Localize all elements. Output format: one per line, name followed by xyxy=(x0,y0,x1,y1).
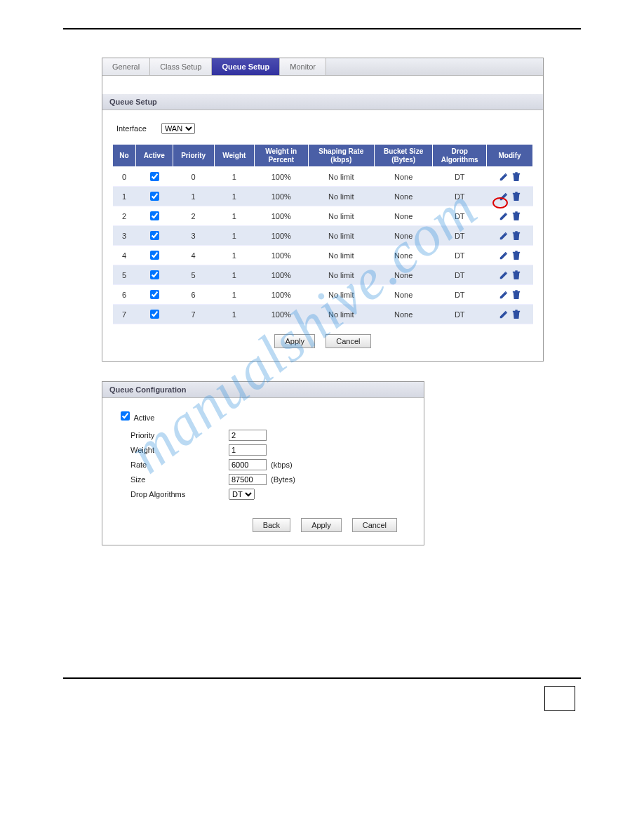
drop-select[interactable]: DT xyxy=(229,489,255,500)
tab-class-setup[interactable]: Class Setup xyxy=(150,58,212,75)
cell-bucket: None xyxy=(374,265,432,285)
cell-rate: No limit xyxy=(308,206,374,226)
cell-weight: 1 xyxy=(214,167,254,187)
cell-bucket: None xyxy=(374,167,432,187)
tab-monitor[interactable]: Monitor xyxy=(280,58,326,75)
cell-rate: No limit xyxy=(308,167,374,187)
th-modify: Modify xyxy=(487,145,533,167)
size-unit: (Bytes) xyxy=(271,475,295,484)
th-active: Active xyxy=(135,145,173,167)
size-input[interactable] xyxy=(229,474,267,485)
edit-icon[interactable] xyxy=(499,230,510,239)
cell-priority: 0 xyxy=(173,167,214,187)
cell-priority: 5 xyxy=(173,265,214,285)
table-row: 551100%No limitNoneDT xyxy=(113,265,533,285)
table-row: 111100%No limitNoneDT xyxy=(113,187,533,206)
delete-icon[interactable] xyxy=(512,250,521,258)
th-rate: Shaping Rate (kbps) xyxy=(308,145,374,167)
cell-no: 1 xyxy=(113,187,136,206)
queue-config-panel: Queue Configuration Active Priority Weig… xyxy=(102,381,424,545)
cell-no: 2 xyxy=(113,206,136,226)
cell-drop: DT xyxy=(433,226,487,246)
delete-icon[interactable] xyxy=(512,211,521,219)
cell-wpct: 100% xyxy=(254,305,308,324)
cell-weight: 1 xyxy=(214,187,254,206)
active-label: Active xyxy=(133,413,154,422)
edit-icon[interactable] xyxy=(499,211,510,219)
row-active-checkbox[interactable] xyxy=(150,270,159,279)
cell-bucket: None xyxy=(374,206,432,226)
interface-label: Interface xyxy=(116,124,147,133)
tab-general[interactable]: General xyxy=(102,58,150,75)
apply-button-2[interactable]: Apply xyxy=(301,518,342,532)
queue-config-title: Queue Configuration xyxy=(102,382,424,398)
priority-input[interactable] xyxy=(229,430,267,441)
edit-icon[interactable] xyxy=(499,171,510,180)
row-active-checkbox[interactable] xyxy=(150,251,159,260)
th-no: No xyxy=(113,145,136,167)
delete-icon[interactable] xyxy=(512,191,521,199)
edit-icon[interactable] xyxy=(499,309,510,317)
cancel-button[interactable]: Cancel xyxy=(326,334,370,348)
cell-drop: DT xyxy=(433,305,487,324)
edit-icon[interactable] xyxy=(499,191,510,199)
row-active-checkbox[interactable] xyxy=(150,172,159,181)
delete-icon[interactable] xyxy=(512,309,521,317)
cell-priority: 6 xyxy=(173,285,214,305)
delete-icon[interactable] xyxy=(512,230,521,239)
cell-wpct: 100% xyxy=(254,285,308,305)
cell-priority: 1 xyxy=(173,187,214,206)
row-active-checkbox[interactable] xyxy=(150,231,159,240)
delete-icon[interactable] xyxy=(512,270,521,278)
edit-icon[interactable] xyxy=(499,250,510,258)
cell-weight: 1 xyxy=(214,246,254,265)
edit-icon[interactable] xyxy=(499,289,510,298)
rate-unit: (kbps) xyxy=(271,461,293,469)
cell-priority: 2 xyxy=(173,206,214,226)
cell-no: 7 xyxy=(113,305,136,324)
cell-wpct: 100% xyxy=(254,226,308,246)
cell-rate: No limit xyxy=(308,305,374,324)
size-label: Size xyxy=(130,475,229,484)
cell-drop: DT xyxy=(433,187,487,206)
interface-select[interactable]: WAN xyxy=(161,123,195,134)
queue-setup-title: Queue Setup xyxy=(102,94,543,110)
cell-priority: 7 xyxy=(173,305,214,324)
cell-wpct: 100% xyxy=(254,206,308,226)
active-checkbox[interactable] xyxy=(121,411,130,421)
cell-bucket: None xyxy=(374,187,432,206)
row-active-checkbox[interactable] xyxy=(150,310,159,319)
cancel-button-2[interactable]: Cancel xyxy=(352,518,397,532)
row-active-checkbox[interactable] xyxy=(150,290,159,299)
th-bucket: Bucket Size (Bytes) xyxy=(374,145,432,167)
delete-icon[interactable] xyxy=(512,171,521,180)
cell-weight: 1 xyxy=(214,226,254,246)
cell-bucket: None xyxy=(374,246,432,265)
th-priority: Priority xyxy=(173,145,214,167)
priority-label: Priority xyxy=(130,431,229,439)
row-active-checkbox[interactable] xyxy=(150,192,159,201)
weight-input[interactable] xyxy=(229,444,267,456)
rate-input[interactable] xyxy=(229,459,267,470)
row-active-checkbox[interactable] xyxy=(150,211,159,220)
edit-icon[interactable] xyxy=(499,270,510,278)
page-number-box xyxy=(544,686,575,711)
queue-setup-panel: General Class Setup Queue Setup Monitor … xyxy=(102,58,544,362)
queue-table: No Active Priority Weight Weight in Perc… xyxy=(112,144,533,324)
tabbar: General Class Setup Queue Setup Monitor xyxy=(102,58,543,76)
weight-label: Weight xyxy=(130,446,229,454)
cell-drop: DT xyxy=(433,265,487,285)
cell-rate: No limit xyxy=(308,246,374,265)
cell-no: 6 xyxy=(113,285,136,305)
cell-wpct: 100% xyxy=(254,167,308,187)
cell-no: 5 xyxy=(113,265,136,285)
delete-icon[interactable] xyxy=(512,289,521,298)
cell-bucket: None xyxy=(374,305,432,324)
back-button[interactable]: Back xyxy=(253,518,290,532)
tab-queue-setup[interactable]: Queue Setup xyxy=(212,58,280,75)
cell-weight: 1 xyxy=(214,206,254,226)
cell-no: 0 xyxy=(113,167,136,187)
th-drop: Drop Algorithms xyxy=(433,145,487,167)
cell-bucket: None xyxy=(374,226,432,246)
apply-button[interactable]: Apply xyxy=(274,334,315,348)
